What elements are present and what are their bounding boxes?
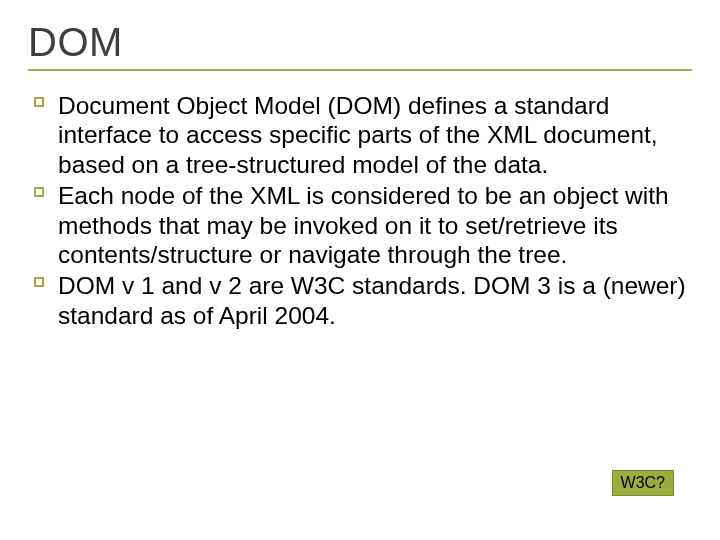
square-bullet-icon bbox=[34, 277, 44, 287]
square-bullet-icon bbox=[34, 187, 44, 197]
list-item: DOM v 1 and v 2 are W3C standards. DOM 3… bbox=[34, 271, 688, 330]
list-item-text: Each node of the XML is considered to be… bbox=[58, 182, 669, 268]
list-item-text: Document Object Model (DOM) defines a st… bbox=[58, 92, 658, 178]
w3c-badge[interactable]: W3C? bbox=[612, 470, 674, 496]
slide-title: DOM bbox=[28, 20, 692, 65]
list-item: Each node of the XML is considered to be… bbox=[34, 181, 688, 269]
list-item: Document Object Model (DOM) defines a st… bbox=[34, 91, 688, 179]
list-item-text: DOM v 1 and v 2 are W3C standards. DOM 3… bbox=[58, 272, 686, 328]
title-underline bbox=[28, 69, 692, 71]
slide: DOM Document Object Model (DOM) defines … bbox=[0, 0, 720, 540]
square-bullet-icon bbox=[34, 97, 44, 107]
bullet-list: Document Object Model (DOM) defines a st… bbox=[28, 91, 692, 330]
